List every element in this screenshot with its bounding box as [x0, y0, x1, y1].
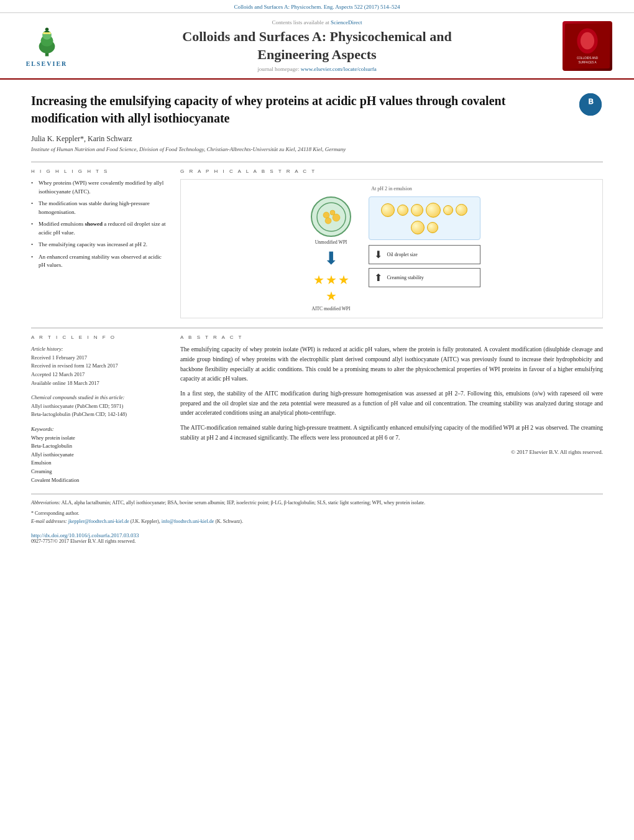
accepted-date: Accepted 12 March 2017 — [31, 371, 168, 379]
keyword-5: Creaming — [31, 468, 168, 476]
homepage-link: journal homepage: www.elsevier.com/locat… — [81, 66, 553, 72]
creaming-stability-label: Creaming stability — [387, 275, 424, 280]
issn-text: 0927-7757/© 2017 Elsevier B.V. All right… — [31, 538, 603, 544]
science-direct-anchor[interactable]: ScienceDirect — [331, 19, 362, 25]
graphical-abstract-section: G R A P H I C A L A B S T R A C T At pH … — [180, 168, 603, 318]
journal-header: ELSEVIER Contents lists available at Sci… — [0, 13, 634, 80]
article-info-abstract-row: A R T I C L E I N F O Article history: R… — [31, 335, 603, 484]
creaming-stability-outcome: ⬆ Creaming stability — [369, 268, 480, 287]
journal-center-info: Contents lists available at ScienceDirec… — [81, 19, 553, 72]
title-section: Increasing the emulsifying capacity of w… — [31, 92, 603, 127]
svg-point-15 — [323, 212, 329, 218]
unmodified-wpi-label: Unmodified WPI — [311, 239, 351, 245]
highlight-item: The modification was stable during high-… — [31, 200, 168, 216]
homepage-anchor[interactable]: www.elsevier.com/locate/colsurfa — [301, 66, 377, 72]
elsevier-tree-icon — [30, 25, 64, 59]
down-arrow-outcome-icon: ⬇ — [374, 249, 382, 261]
keyword-1: Whey protein isolate — [31, 434, 168, 443]
abstract-p3: The AITC-modification remained stable du… — [180, 423, 603, 443]
chemical-2: Beta-lactoglobulin (PubChem CID; 142-148… — [31, 410, 168, 419]
science-direct-link: Contents lists available at ScienceDirec… — [81, 19, 553, 25]
graphical-abstract-header: G R A P H I C A L A B S T R A C T — [180, 168, 603, 174]
down-arrow-icon: ⬇ — [324, 250, 338, 267]
email-label: E-mail addresses: — [31, 519, 67, 524]
email-keppler[interactable]: jkeppler@foodtech.uni-kiel.de — [68, 519, 129, 524]
divider-1 — [31, 162, 603, 162]
top-citation-bar: Colloids and Surfaces A: Physicochem. En… — [0, 0, 634, 13]
citation-text: Colloids and Surfaces A: Physicochem. En… — [234, 4, 400, 10]
graphical-abstract-box: At pH 2 in emulsion — [180, 179, 603, 318]
up-arrow-outcome-icon: ⬆ — [374, 272, 382, 284]
highlight-item: The emulsifying capacity was increased a… — [31, 241, 168, 249]
article-info-section: A R T I C L E I N F O Article history: R… — [31, 335, 168, 484]
history-label: Article history: — [31, 346, 63, 352]
email-schwarz[interactable]: info@foodtech.uni-kiel.de — [162, 519, 214, 524]
svg-point-18 — [325, 218, 331, 224]
chemical-compounds: Chemical compounds studied in this artic… — [31, 394, 168, 419]
paper-title: Increasing the emulsifying capacity of w… — [31, 92, 572, 127]
star-icon: ★ — [313, 272, 324, 287]
wpi-circle-svg — [316, 201, 347, 233]
email-links: E-mail addresses: jkeppler@foodtech.uni-… — [31, 518, 603, 526]
star-icon: ★ — [338, 272, 349, 287]
at-ph2-label: At pH 2 in emulsion — [187, 186, 596, 192]
affiliation: Institute of Human Nutrition and Food Sc… — [31, 146, 603, 152]
abstract-p1: The emulsifying capacity of whey protein… — [180, 345, 603, 384]
authors: Julia K. Keppler*, Karin Schwarz — [31, 134, 603, 144]
chemical-label: Chemical compounds studied in this artic… — [31, 394, 124, 400]
highlights-section: H I G H L I G H T S Whey proteins (WPI) … — [31, 168, 168, 318]
keyword-6: Covalent Modification — [31, 476, 168, 485]
received-revised-date: Received in revised form 12 March 2017 — [31, 362, 168, 371]
abbreviations-content: ALA, alpha lactalbumin; AITC, allyl isot… — [62, 500, 425, 505]
doi-section: http://dx.doi.org/10.1016/j.colsurfa.201… — [31, 532, 603, 544]
elsevier-label: ELSEVIER — [26, 60, 68, 67]
svg-point-14 — [317, 203, 346, 231]
aitc-modified-label: AITC modified WPI — [311, 306, 351, 312]
doi-link[interactable]: http://dx.doi.org/10.1016/j.colsurfa.201… — [31, 532, 139, 538]
elsevier-logo: ELSEVIER — [19, 25, 75, 67]
abstract-text: The emulsifying capacity of whey protein… — [180, 345, 603, 457]
svg-rect-6 — [43, 32, 51, 34]
crossmark-icon: ᴮ — [579, 93, 602, 116]
journal-cover-image: COLLOIDS AND SURFACES A — [563, 21, 612, 71]
copyright-text: © 2017 Elsevier B.V. All rights reserved… — [180, 448, 603, 457]
journal-logo-right: COLLOIDS AND SURFACES A — [559, 21, 615, 71]
divider-2 — [31, 328, 603, 328]
chemical-1: Allyl isothiocyanate (PubChem CID; 5971) — [31, 402, 168, 411]
available-online-date: Available online 18 March 2017 — [31, 379, 168, 388]
article-info-header: A R T I C L E I N F O — [31, 335, 168, 340]
email-schwarz-name: (K. Schwarz). — [215, 519, 243, 524]
paper-content: Increasing the emulsifying capacity of w… — [0, 80, 634, 556]
keyword-2: Beta-Lactoglobulin — [31, 442, 168, 451]
oil-droplet-label: Oil droplet size — [387, 252, 418, 257]
svg-text:COLLOIDS AND: COLLOIDS AND — [577, 57, 599, 60]
star-icon: ★ — [326, 272, 337, 287]
article-history: Article history: Received 1 February 201… — [31, 345, 168, 387]
highlight-item: An enhanced creaming stability was obser… — [31, 253, 168, 270]
received-date: Received 1 February 2017 — [31, 354, 168, 362]
abstract-header: A B S T R A C T — [180, 335, 603, 340]
keyword-4: Emulsion — [31, 459, 168, 468]
svg-point-4 — [45, 27, 48, 31]
highlights-abstract-row: H I G H L I G H T S Whey proteins (WPI) … — [31, 168, 603, 318]
journal-title: Colloids and Surfaces A: Physicochemical… — [81, 28, 553, 63]
oil-droplet-outcome: ⬇ Oil droplet size — [369, 245, 480, 264]
svg-text:ᴮ: ᴮ — [588, 97, 594, 111]
highlight-item: Modified emulsions showed a reduced oil … — [31, 220, 168, 237]
elsevier-logo-section: ELSEVIER — [19, 25, 75, 67]
highlights-header: H I G H L I G H T S — [31, 168, 168, 174]
email-keppler-name: (J.K. Keppler), — [131, 519, 162, 524]
highlights-list: Whey proteins (WPI) were covalently modi… — [31, 179, 168, 270]
bottom-notes: Abbreviations: ALA, alpha lactalbumin; A… — [31, 494, 603, 525]
keyword-3: Allyl isothiocyanate — [31, 451, 168, 459]
highlight-item: Whey proteins (WPI) were covalently modi… — [31, 179, 168, 196]
abstract-p2: In a first step, the stability of the AI… — [180, 389, 603, 418]
keywords-section: Keywords: Whey protein isolate Beta-Lact… — [31, 425, 168, 484]
corresponding-note: * Corresponding author. — [31, 510, 603, 518]
svg-text:SURFACES A: SURFACES A — [579, 60, 597, 63]
crossmark-section: ᴮ — [578, 92, 603, 117]
abbreviations-label: Abbreviations: — [31, 500, 60, 505]
abbreviations-text: Abbreviations: ALA, alpha lactalbumin; A… — [31, 499, 603, 507]
keywords-label: Keywords: — [31, 426, 54, 432]
star-icon: ★ — [326, 288, 337, 303]
